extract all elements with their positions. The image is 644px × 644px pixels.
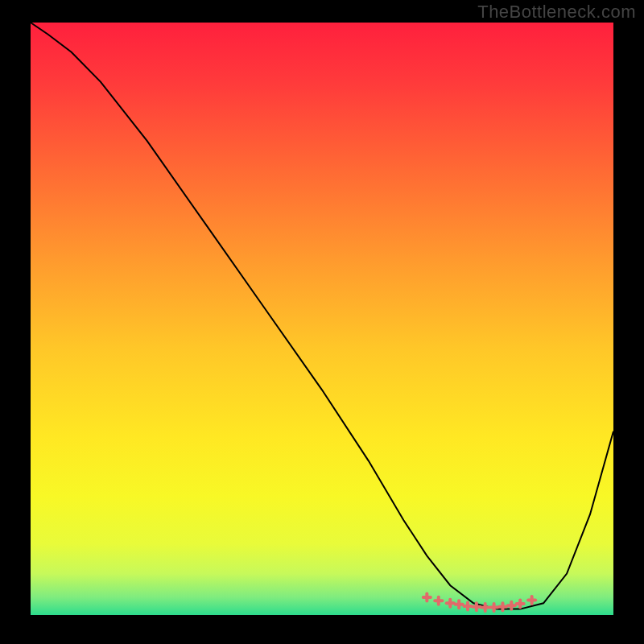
chart-container: TheBottleneck.com: [0, 0, 644, 644]
bottleneck-chart: [0, 0, 644, 644]
plot-background: [31, 23, 613, 615]
watermark-text: TheBottleneck.com: [477, 2, 636, 23]
